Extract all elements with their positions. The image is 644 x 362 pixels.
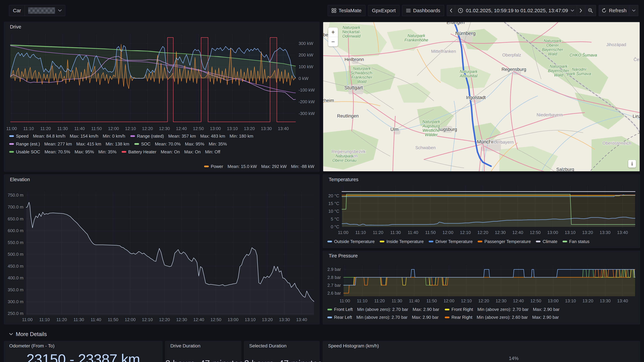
legend-swatch-rear_left — [327, 317, 332, 318]
y-axis-tick-label: 200 kW — [298, 53, 313, 57]
legend-label-speed: Speed — [16, 134, 28, 139]
x-axis-tick-label: 13:40 — [296, 317, 307, 322]
time-range-text: 01.02.2025, 10:59:19 to 01.02.2025, 13:4… — [466, 8, 568, 13]
map-attribution-info-button[interactable]: i — [628, 160, 636, 168]
time-shift-back-button[interactable] — [447, 5, 455, 16]
x-axis-tick-label: 12:50 — [193, 126, 204, 131]
legend-item-inside[interactable]: Inside Temperature — [380, 239, 424, 244]
y-axis-tick-label: 2.6 bar — [327, 291, 341, 296]
series-fill-elevation — [26, 202, 314, 315]
map-label: NaturparkFrankenhöhe — [404, 33, 428, 42]
legend-label-power: Power — [211, 164, 223, 169]
legend-label-battery_heater: Battery Heater — [128, 149, 156, 155]
map-label: Ulm — [390, 127, 398, 132]
y-axis-tick-label: 400.0 m — [8, 276, 24, 280]
legend-item-passenger[interactable]: Passenger Temperature — [478, 239, 531, 244]
more-details-section-toggle[interactable]: More Details — [9, 331, 47, 337]
legend-item-power[interactable]: PowerMean: 15.0 kWMax: 292 kWMin: -88 kW — [204, 164, 314, 169]
legend-item-soc[interactable]: SOCMean: 70.0%Max: 95%Min: 35% — [134, 141, 227, 147]
legend-stat: Max: 2.90 bar — [533, 307, 560, 312]
legend-stat: Min: -88 kW — [291, 164, 314, 169]
x-axis-tick-label: 11:10 — [355, 230, 366, 235]
map-label: Linz — [632, 114, 640, 119]
x-axis-tick-label: 13:10 — [565, 299, 576, 303]
legend-label-driver: Driver Temperature — [435, 239, 472, 244]
legend-item-rear_right[interactable]: Rear RightMin (above zero): 2.60 barMax:… — [445, 315, 560, 320]
legend-stat: Mean: 357 km — [168, 134, 196, 139]
legend-label-range_rated: Range (rated) — [137, 134, 164, 139]
speed-histogram-panel-title: Speed Histogram (km/h) — [323, 341, 379, 351]
legend-stat: Min: 180 km — [230, 134, 254, 139]
openstreetmap[interactable]: NürnbergErlangenHeilbronnStuttgartPforzh… — [323, 22, 640, 171]
chevron-down-icon — [58, 9, 62, 12]
x-axis-tick-label: 12:50 — [210, 317, 221, 322]
legend-row: Outside TemperatureInside TemperatureDri… — [327, 239, 636, 244]
time-shift-forward-button[interactable] — [577, 5, 585, 16]
legend-label-outside: Outside Temperature — [334, 239, 375, 244]
legend-stat: Max: 154 km/h — [70, 134, 98, 139]
map-label: Salzburg — [556, 167, 574, 171]
legend-item-range_rated[interactable]: Range (rated)Mean: 357 kmMax: 483 kmMin:… — [130, 134, 254, 139]
x-axis-tick-label: 11:20 — [56, 317, 67, 322]
legend-swatch-soc — [134, 143, 139, 145]
legend-row: Usable SOCMean: 70.5%Max: 95%Min: 35%Bat… — [9, 149, 314, 155]
legend-swatch-driver — [429, 241, 433, 242]
map-zoom-controls: + − — [328, 27, 338, 46]
temperatures-chart[interactable]: 11:0011:1011:2011:3011:4011:5012:0012:10… — [323, 175, 640, 248]
map-zoom-in-button[interactable]: + — [328, 27, 338, 37]
legend-swatch-usable_soc — [9, 151, 14, 153]
y-axis-tick-label: 550.0 m — [8, 240, 24, 245]
drive-duration-value: 2 hours, 47 minutes — [165, 358, 241, 362]
list-bars-icon — [406, 8, 411, 12]
gpxexport-button-label: GpxExport — [372, 8, 396, 13]
legend-item-front_right[interactable]: Front RightMin (above zero): 2.70 barMax… — [445, 307, 560, 312]
x-axis-tick-label: 12:20 — [142, 126, 153, 131]
legend-item-fan[interactable]: Fan status — [562, 239, 590, 244]
teslamate-button[interactable]: TeslaMate — [328, 5, 366, 16]
x-axis-tick-label: 13:40 — [617, 299, 628, 303]
x-axis-tick-label: 12:40 — [176, 126, 187, 131]
y-axis-tick-label: 350.0 m — [8, 287, 24, 292]
legend-item-speed[interactable]: SpeedMean: 84.8 km/hMax: 154 km/hMin: 0 … — [9, 134, 125, 139]
map-canvas[interactable]: NürnbergErlangenHeilbronnStuttgartPforzh… — [323, 22, 640, 171]
dashboards-button[interactable]: Dashboards — [402, 5, 444, 16]
map-label: Nürnberg — [455, 31, 476, 36]
map-label: Oberösterreich — [602, 141, 631, 146]
x-axis-tick-label: 13:40 — [278, 126, 289, 131]
time-range-picker[interactable]: 01.02.2025, 10:59:19 to 01.02.2025, 13:4… — [455, 5, 577, 16]
y-axis-tick-label: 500.0 m — [8, 252, 24, 257]
x-axis-tick-label: 12:40 — [513, 299, 524, 303]
legend-stat: Min: 138 km — [106, 141, 130, 147]
legend-item-climate[interactable]: Climate — [536, 239, 557, 244]
elevation-chart[interactable]: 11:0011:1011:2011:3011:4011:5012:0012:10… — [4, 175, 319, 324]
legend-label-soc: SOC — [141, 141, 150, 147]
legend-item-driver[interactable]: Driver Temperature — [429, 239, 472, 244]
x-axis-tick-label: 12:20 — [478, 299, 489, 303]
map-zoom-out-button[interactable]: − — [328, 37, 338, 46]
x-axis-tick-label: 12:10 — [461, 299, 472, 303]
x-axis-tick-label: 12:40 — [512, 230, 523, 235]
car-variable-value[interactable] — [25, 5, 65, 16]
refresh-button[interactable]: Refresh — [599, 5, 629, 16]
map-label: Mittelfranken — [431, 49, 456, 54]
legend-item-outside[interactable]: Outside Temperature — [327, 239, 375, 244]
legend-item-usable_soc[interactable]: Usable SOCMean: 70.5%Max: 95%Min: 35% — [9, 149, 116, 155]
y-axis-tick-label: 2.8 bar — [327, 275, 341, 280]
legend-label-climate: Climate — [542, 239, 557, 244]
legend-item-battery_heater[interactable]: Battery HeaterMean: OnMax: OnMin: Off — [122, 149, 220, 155]
map-label: Niederbayern — [537, 112, 563, 117]
legend-stat: Mean: 84.8 km/h — [33, 134, 66, 139]
refresh-interval-dropdown[interactable] — [629, 5, 638, 16]
gpxexport-button[interactable]: GpxExport — [368, 5, 400, 16]
x-axis-tick-label: 13:30 — [600, 299, 611, 303]
legend-stat: Min: 35% — [209, 141, 227, 147]
legend-item-range_est[interactable]: Range (est.)Mean: 277 kmMax: 415 kmMin: … — [9, 141, 129, 147]
elevation-panel: Elevation 11:0011:1011:2011:3011:4011:50… — [4, 174, 320, 324]
x-axis-tick-label: 13:00 — [547, 230, 558, 235]
legend-swatch-front_right — [445, 309, 450, 310]
legend-item-front_left[interactable]: Front LeftMin (above zero): 2.70 barMax:… — [327, 307, 445, 312]
car-variable-control[interactable]: Car — [9, 5, 65, 16]
zoom-out-time-button[interactable] — [585, 5, 596, 16]
apps-grid-icon — [332, 8, 336, 13]
legend-item-rear_left[interactable]: Rear LeftMin (above zero): 2.70 barMax: … — [327, 315, 445, 320]
